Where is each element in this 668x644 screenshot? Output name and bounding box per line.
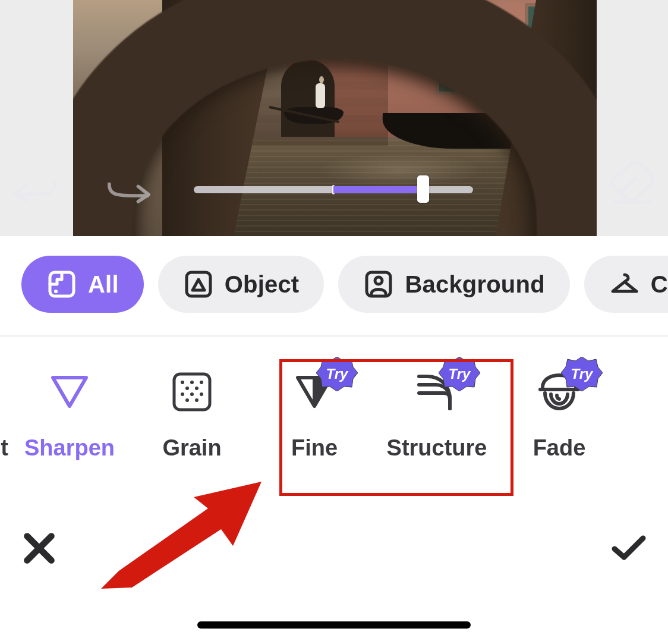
svg-point-12 [190, 392, 194, 396]
tool-label: st [0, 435, 8, 461]
check-icon [611, 533, 647, 563]
object-icon [183, 269, 214, 300]
scope-pill-label: All [88, 271, 119, 298]
scope-pill-label: Background [405, 271, 544, 298]
tool-strip[interactable]: st Sharpen [0, 369, 668, 488]
svg-point-15 [195, 398, 198, 402]
tool-label: Grain [162, 435, 221, 461]
redo-button[interactable] [105, 172, 151, 208]
svg-point-7 [190, 381, 194, 384]
tool-fine[interactable]: Try Fine [253, 369, 376, 461]
try-badge-label: Try [449, 366, 471, 382]
svg-point-13 [200, 392, 203, 396]
redo-icon [105, 176, 151, 205]
person-icon [363, 269, 394, 300]
svg-rect-2 [187, 272, 210, 296]
triangle-icon [47, 369, 92, 414]
undo-button[interactable] [13, 171, 59, 207]
svg-point-9 [185, 387, 189, 390]
home-indicator [197, 621, 471, 629]
scope-pill-background[interactable]: Background [338, 256, 569, 313]
slider-fill [333, 186, 420, 193]
eraser-button[interactable] [609, 167, 655, 202]
svg-point-4 [375, 277, 382, 284]
tool-label: Structure [387, 435, 487, 461]
grain-icon [169, 369, 215, 414]
scope-pill-clothes[interactable]: Cl [584, 256, 668, 313]
svg-rect-5 [174, 374, 210, 410]
adjustment-slider[interactable] [194, 184, 473, 194]
image-preview[interactable] [73, 0, 597, 236]
svg-point-10 [195, 387, 198, 390]
divider [0, 335, 668, 337]
tool-label: Fade [533, 435, 586, 461]
tool-contrast[interactable]: st [0, 369, 8, 461]
scope-pill-all[interactable]: All [21, 256, 144, 313]
try-badge: Try [439, 357, 480, 391]
close-icon [21, 530, 57, 566]
tool-sharpen[interactable]: Sharpen [8, 369, 131, 461]
scope-pill-label: Cl [651, 271, 668, 298]
try-badge: Try [561, 357, 603, 391]
puzzle-icon [46, 269, 77, 300]
scope-pill-object[interactable]: Object [158, 256, 324, 313]
tool-grain[interactable]: Grain [131, 369, 253, 461]
tool-structure[interactable]: Try Structure [376, 369, 498, 461]
try-badge-label: Try [326, 366, 348, 382]
try-badge: Try [316, 357, 358, 391]
scope-pill-label: Object [225, 271, 300, 298]
canvas-area [0, 0, 668, 236]
tool-label: Sharpen [24, 435, 115, 461]
hanger-icon [609, 269, 640, 300]
svg-point-11 [181, 392, 184, 396]
tool-fade[interactable]: Try Fade [498, 369, 620, 461]
cancel-button[interactable] [21, 530, 57, 566]
svg-marker-20 [101, 482, 261, 589]
eraser-icon [609, 161, 655, 208]
svg-point-8 [200, 381, 203, 384]
svg-point-14 [185, 398, 189, 402]
slider-thumb[interactable] [417, 175, 429, 203]
scope-filter-row: All Object Background Cl [0, 255, 668, 314]
undo-icon [13, 175, 59, 204]
tool-label: Fine [291, 435, 338, 461]
svg-point-1 [54, 290, 58, 293]
apply-button[interactable] [611, 530, 647, 566]
svg-point-6 [181, 381, 184, 384]
try-badge-label: Try [571, 366, 593, 382]
app-root: All Object Background Cl [0, 0, 668, 644]
